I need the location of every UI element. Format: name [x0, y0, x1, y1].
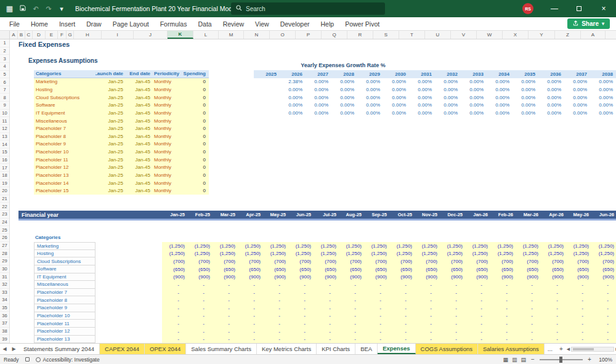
cell[interactable]: 0	[182, 148, 208, 156]
cell[interactable]: (1,250)	[162, 242, 187, 250]
cell[interactable]: Jan-25	[95, 187, 125, 195]
cell[interactable]: Monthly	[152, 109, 182, 117]
financial-year-label[interactable]: Financial year	[18, 211, 162, 219]
cell[interactable]	[254, 86, 280, 94]
cell[interactable]: 0.00%	[409, 109, 435, 117]
cell[interactable]: -	[541, 281, 566, 289]
cell[interactable]: -	[389, 320, 415, 328]
cell[interactable]: (700)	[339, 257, 364, 265]
cell[interactable]	[254, 102, 280, 110]
cell[interactable]: -	[516, 320, 541, 328]
cell[interactable]: 0.00%	[564, 94, 590, 102]
cell[interactable]: Monthly	[152, 179, 182, 187]
cell[interactable]: -	[364, 296, 389, 304]
cell[interactable]: Placeholder 12	[34, 328, 95, 336]
cell[interactable]: (650)	[187, 265, 213, 273]
ribbon-tab-formulas[interactable]: Formulas	[155, 17, 193, 30]
cell[interactable]: (1,250)	[465, 242, 490, 250]
cell[interactable]: 0.00%	[461, 94, 487, 102]
cell[interactable]: Placeholder 15	[34, 187, 95, 195]
row-header-4[interactable]: 4	[0, 63, 9, 71]
normal-view-icon[interactable]: ▦	[503, 357, 508, 363]
cell[interactable]: -	[440, 328, 465, 336]
cell[interactable]: Monthly	[152, 156, 182, 164]
cell[interactable]	[254, 94, 280, 102]
row-header-26[interactable]: 26	[0, 234, 9, 242]
cell[interactable]: -	[162, 281, 187, 289]
cell[interactable]: (700)	[364, 257, 389, 265]
cell[interactable]: (1,250)	[213, 242, 238, 250]
cell[interactable]: (1,250)	[187, 250, 213, 258]
sheet-tab-cogs-assumptions[interactable]: COGS Assumptions	[416, 344, 478, 354]
cell[interactable]: -	[238, 304, 263, 312]
cell[interactable]: (700)	[263, 257, 288, 265]
cell[interactable]: -	[566, 312, 591, 320]
column-header-H[interactable]: H	[74, 31, 102, 39]
cell[interactable]: -	[288, 320, 314, 328]
cell[interactable]: (900)	[238, 273, 263, 281]
row-header-11[interactable]: 11	[0, 117, 9, 125]
cell[interactable]: (650)	[162, 265, 187, 273]
cell[interactable]: Jan-45	[125, 140, 152, 148]
cell[interactable]: -	[339, 328, 364, 336]
row-header-15[interactable]: 15	[0, 148, 9, 156]
cell[interactable]: (1,250)	[263, 242, 288, 250]
row-header-22[interactable]: 22	[0, 203, 9, 211]
row-header-16[interactable]: 16	[0, 156, 9, 164]
cell[interactable]: 0.00%	[513, 109, 538, 117]
cell[interactable]: -	[263, 328, 288, 336]
cell[interactable]: Jan-45	[125, 124, 152, 132]
cell[interactable]: (700)	[440, 257, 465, 265]
growth-table-title[interactable]: Yearly Expenses Growth Rate %	[254, 62, 432, 68]
cell[interactable]: (1,250)	[339, 250, 364, 258]
cell[interactable]: -	[490, 281, 516, 289]
cell[interactable]: Jan-25	[95, 102, 125, 110]
cell[interactable]: -	[566, 296, 591, 304]
cell[interactable]: -	[364, 304, 389, 312]
cell[interactable]: -	[288, 289, 314, 297]
cell[interactable]: -	[415, 304, 440, 312]
cell[interactable]: -	[339, 312, 364, 320]
column-header-G[interactable]: G	[67, 31, 74, 39]
cell[interactable]: -	[389, 328, 415, 336]
cell[interactable]: (900)	[389, 273, 415, 281]
cell[interactable]: -	[364, 312, 389, 320]
cell[interactable]: (900)	[440, 273, 465, 281]
cell[interactable]: -	[490, 320, 516, 328]
cell[interactable]: Jan-25	[95, 148, 125, 156]
row-header-10[interactable]: 10	[0, 110, 9, 118]
cell[interactable]: Jan-45	[125, 179, 152, 187]
cell[interactable]: (900)	[415, 273, 440, 281]
cell[interactable]: -	[591, 328, 616, 336]
cell[interactable]: -	[516, 296, 541, 304]
cell[interactable]: (1,250)	[465, 250, 490, 258]
cell[interactable]: Monthly	[152, 102, 182, 110]
cell[interactable]: -	[238, 312, 263, 320]
grid-area[interactable]: Fixed Expenses Expenses Assumptions Cate…	[10, 39, 616, 343]
column-header-Z[interactable]: Z	[555, 31, 581, 39]
cell[interactable]: (700)	[238, 257, 263, 265]
cell[interactable]: (650)	[213, 265, 238, 273]
cell[interactable]: -	[415, 328, 440, 336]
cell[interactable]: (700)	[314, 257, 339, 265]
minimize-button[interactable]: —	[542, 0, 567, 17]
sheet-tab-kpi-charts[interactable]: KPI Charts	[317, 344, 355, 354]
cell[interactable]: (1,250)	[238, 250, 263, 258]
cell[interactable]: 0	[182, 86, 208, 94]
cell[interactable]: -	[213, 304, 238, 312]
cell[interactable]: -	[389, 336, 415, 344]
cell[interactable]: (1,250)	[591, 250, 616, 258]
cell[interactable]: -	[566, 336, 591, 344]
cell[interactable]: 0.00%	[383, 78, 409, 86]
cell[interactable]: -	[187, 336, 213, 344]
column-header-C[interactable]: C	[25, 31, 33, 39]
cell[interactable]: -	[490, 336, 516, 344]
cell[interactable]: Jan-25	[95, 140, 125, 148]
cell[interactable]: -	[288, 281, 314, 289]
column-header-B[interactable]: B	[18, 31, 25, 39]
cell[interactable]: -	[238, 320, 263, 328]
cell[interactable]: Monthly	[152, 117, 182, 125]
cell[interactable]: (1,250)	[389, 250, 415, 258]
column-header-E[interactable]: E	[46, 31, 58, 39]
cell[interactable]: -	[288, 304, 314, 312]
